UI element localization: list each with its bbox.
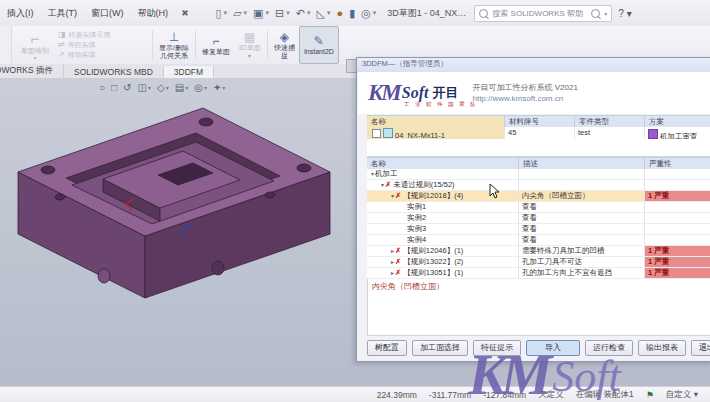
- result-row-failed-group[interactable]: ▾✗未通过规则(15/52): [367, 180, 710, 191]
- view-link[interactable]: 查看: [519, 202, 645, 212]
- result-row-instance-4[interactable]: 实例4 查看: [367, 235, 710, 246]
- result-row-instance-3[interactable]: 实例3 查看: [367, 224, 710, 235]
- search-go-icon: [591, 9, 600, 18]
- view-link[interactable]: 查看: [519, 213, 645, 223]
- undo-icon: ↶: [296, 7, 305, 20]
- part-checkbox[interactable]: [372, 129, 381, 138]
- tree-config-button[interactable]: 树配置: [367, 340, 407, 356]
- convert-entities-icon: ◨: [58, 30, 66, 40]
- instant2d-icon: ✎: [314, 35, 324, 48]
- tab-solidworks-addins[interactable]: SOLIDWORKS 插件: [0, 64, 64, 78]
- result-row-instance-1[interactable]: 实例1 查看: [367, 202, 710, 213]
- new-document-icon: ▯: [216, 7, 222, 20]
- fail-icon: ✗: [395, 257, 401, 266]
- sketch-icon: ⌐: [31, 30, 40, 47]
- zoom-fit-icon[interactable]: ○: [99, 82, 105, 93]
- severity-badge: 1 严重: [645, 246, 710, 256]
- expander-icon[interactable]: ▸: [391, 259, 394, 265]
- heads-up-view-toolbar: ○ □ ↺ ◫▾ ◇▾ ▤▾ ◎▾ ✦▾: [96, 82, 228, 93]
- ribbon-edge-button[interactable]: [0, 26, 12, 64]
- run-check-button[interactable]: 运行检查: [585, 340, 633, 356]
- import-button[interactable]: 导入: [526, 340, 580, 356]
- expander-icon[interactable]: ▸: [391, 270, 394, 276]
- status-bar: 224.39mm -311.77mm -127.84mm 欠定义 在编辑 装配体…: [0, 386, 710, 402]
- rule-description-panel: 内尖角（凹槽立面）: [367, 279, 710, 336]
- print-icon: ⊟: [275, 7, 284, 20]
- result-row-rule-12046[interactable]: ▸✗【规则12046】(1) 需要特殊刀具加工的凹槽 1 严重: [367, 246, 710, 257]
- appearance-button[interactable]: ◎▾: [361, 7, 376, 20]
- quick-snaps-icon: ◈: [280, 31, 289, 44]
- hide-show-items-icon[interactable]: ◎▾: [194, 82, 207, 93]
- editing-target: 在编辑 装配体1: [576, 389, 634, 401]
- result-row-rule-13022[interactable]: ▸✗【规则13022】(2) 孔加工刀具不可达 1 严重: [367, 257, 710, 268]
- rebuild-button[interactable]: ●: [336, 7, 343, 19]
- fail-icon: ✗: [395, 191, 401, 200]
- exit-button[interactable]: 退出: [691, 340, 710, 356]
- result-row-instance-2[interactable]: 实例2 查看: [367, 213, 710, 224]
- save-button[interactable]: ▣▾: [253, 7, 269, 20]
- expander-icon[interactable]: ▾: [371, 171, 374, 177]
- open-button[interactable]: ▱▾: [233, 7, 247, 20]
- menu-window[interactable]: 窗口(W): [84, 7, 131, 20]
- menu-tools[interactable]: 工具(T): [41, 7, 85, 20]
- print-button[interactable]: ⊟▾: [275, 7, 290, 20]
- relations-icon: ⊥: [169, 31, 179, 44]
- options-button[interactable]: ▮: [349, 7, 355, 20]
- menu-help[interactable]: 帮助(H): [131, 7, 176, 20]
- view-orientation-icon[interactable]: ◇▾: [157, 82, 169, 93]
- menu-insert[interactable]: 插入(I): [0, 7, 41, 20]
- search-input[interactable]: 搜索 SOLIDWORKS 帮助 ▾: [474, 5, 612, 22]
- select-button[interactable]: ◺▾: [317, 7, 331, 20]
- tab-solidworks-mbd[interactable]: SOLIDWORKS MBD: [64, 66, 164, 78]
- coord-z: -127.84mm: [483, 390, 526, 400]
- feature-hint-button[interactable]: 特征提示: [473, 340, 521, 356]
- expander-icon[interactable]: ▾: [381, 182, 384, 188]
- sketch-button: ⌐ 草图绘制 ▾: [12, 26, 58, 64]
- open-folder-icon: ▱: [233, 7, 241, 20]
- expander-icon[interactable]: ▾: [391, 193, 394, 199]
- mold-plate-3d-model[interactable]: [8, 100, 342, 342]
- result-row-rule-12018[interactable]: ▾✗【规则12018】(4) 内尖角（凹槽立面） 1 严重: [367, 191, 710, 202]
- offset-entities-icon: ⇄: [58, 40, 65, 50]
- parts-table-empty: [367, 139, 710, 157]
- dfm-dialog-title[interactable]: 3DDFM—（指导管理员）: [357, 58, 710, 73]
- zoom-area-icon[interactable]: □: [111, 82, 117, 93]
- machining-face-select-button[interactable]: 加工面选择: [412, 340, 468, 356]
- severity-badge: 1 严重: [645, 257, 710, 267]
- view-settings-icon[interactable]: ✦▾: [213, 82, 225, 93]
- new-document-button[interactable]: ▯▾: [216, 7, 228, 20]
- appearance-icon: ◎: [361, 7, 371, 20]
- view-link[interactable]: 查看: [519, 224, 645, 234]
- options-panel-icon: ▮: [349, 7, 355, 20]
- flag-icon: ⚑: [646, 390, 654, 400]
- export-report-button[interactable]: 输出报表: [638, 340, 686, 356]
- rebuild-icon: ●: [336, 7, 343, 19]
- help-button[interactable]: ? ▾: [618, 8, 631, 19]
- move-entities-icon: ↗: [58, 50, 65, 60]
- undo-button[interactable]: ↶▾: [296, 7, 311, 20]
- product-info: 开目可加工性分析系统 V2021 http://www.kmsoft.com.c…: [472, 82, 577, 104]
- quick-snaps-button[interactable]: ◈ 快速捕 捉: [270, 26, 299, 64]
- repair-sketch-button[interactable]: ⌐ 修复草图: [198, 26, 234, 64]
- result-row-rule-13051[interactable]: ▸✗【规则13051】(1) 孔的加工方向上不宜有遮挡 1 严重: [367, 268, 710, 279]
- view-link[interactable]: 查看: [519, 235, 645, 245]
- instant2d-button[interactable]: ✎ Instant2D: [299, 26, 339, 64]
- display-style-icon[interactable]: ▤▾: [175, 82, 188, 93]
- sketch-entity-list: ◨转换实体引用 ⇄等距实体 ↗移动实体: [58, 26, 150, 64]
- kmsoft-logo-icon: KM: [368, 80, 400, 106]
- save-icon: ▣: [253, 7, 263, 20]
- severity-badge: 1 严重: [645, 268, 710, 278]
- section-view-icon[interactable]: ◫▾: [137, 82, 150, 93]
- results-tree: ▾机加工 ▾✗未通过规则(15/52) ▾✗【规则12018】(4) 内尖角（凹…: [367, 169, 710, 290]
- result-row-machining[interactable]: ▾机加工: [367, 169, 710, 180]
- pin-icon[interactable]: ✚: [179, 7, 191, 19]
- expander-icon[interactable]: ▸: [391, 248, 394, 254]
- tab-3ddfm[interactable]: 3DDFM: [164, 66, 214, 78]
- display-delete-relations-button[interactable]: ⊥ 显示/删除 几何关系: [155, 26, 193, 64]
- 3d-sketch-icon: ▦: [244, 31, 255, 44]
- fail-icon: ✗: [395, 268, 401, 277]
- previous-view-icon[interactable]: ↺: [123, 82, 131, 93]
- selection-arrow-icon: ◺: [317, 7, 325, 20]
- title-bar: 插入(I) 工具(T) 窗口(W) 帮助(H) ✚ ▯▾ ▱▾ ▣▾ ⊟▾ ↶▾…: [0, 0, 710, 27]
- custom-toolbar-toggle[interactable]: 自定义 ▾: [666, 389, 698, 401]
